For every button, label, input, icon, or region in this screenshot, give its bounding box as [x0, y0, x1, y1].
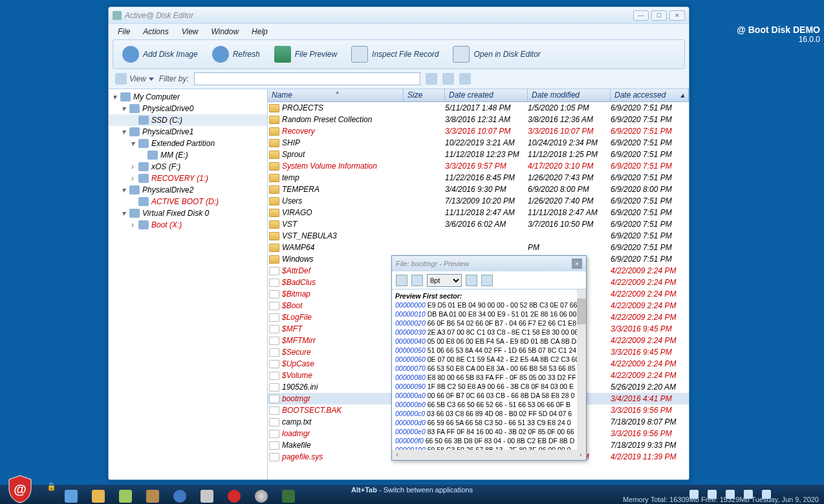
file-created: 5/11/2017 1:48 PM — [445, 103, 528, 112]
filter-input[interactable] — [194, 72, 420, 85]
file-name: $Bitmap — [282, 289, 310, 299]
list-item[interactable]: Users7/13/2009 10:20 PM1/26/2020 7:40 PM… — [268, 195, 689, 207]
refresh-button[interactable]: Refresh — [207, 44, 265, 65]
start-button[interactable]: @ — [6, 474, 34, 504]
chevron-icon[interactable]: ▾ — [120, 127, 127, 136]
ql-key-icon[interactable] — [146, 490, 159, 503]
hex-line: 00000040 05 00 E8 06 00 EB F4 5A - E9 8D… — [395, 337, 583, 346]
chevron-icon[interactable]: ▾ — [129, 139, 136, 148]
folder-icon — [269, 151, 279, 159]
file-created: 3/3/2016 9:57 PM — [445, 162, 528, 171]
list-header[interactable]: Name▴ Size Date created Date modified Da… — [268, 89, 689, 102]
tree-item[interactable]: ▾My Computer — [109, 91, 267, 103]
menu-help[interactable]: Help — [252, 27, 268, 36]
image-mode-icon[interactable] — [396, 275, 407, 286]
folder-icon — [269, 104, 279, 112]
chevron-icon[interactable]: ▾ — [120, 104, 127, 113]
chevron-icon[interactable]: ▾ — [120, 209, 127, 218]
list-item[interactable]: VIRAGO11/11/2018 2:47 AM11/11/2018 2:47 … — [268, 207, 689, 218]
preview-font-select[interactable]: 8pt — [427, 274, 462, 287]
file-icon — [269, 313, 279, 322]
hex-line: 00000070 66 53 50 E8 CA 00 E8 3A - 00 66… — [395, 364, 583, 373]
tree-item[interactable]: ▾Virtual Fixed Disk 0 — [109, 207, 267, 219]
col-created[interactable]: Date created — [445, 89, 528, 101]
menu-actions[interactable]: Actions — [143, 27, 168, 36]
find-icon[interactable] — [426, 73, 437, 85]
tree-item[interactable]: ▾PhysicalDrive1 — [109, 126, 267, 138]
view-dropdown[interactable]: View — [115, 73, 154, 85]
tree-item[interactable]: ▾PhysicalDrive0 — [109, 103, 267, 114]
inspect-record-button[interactable]: Inspect File Record — [346, 44, 444, 65]
taskbar-status: Memory Total: 16309Mb Free: 15329Mb Tues… — [623, 496, 819, 503]
menu-window[interactable]: Window — [211, 27, 239, 36]
chevron-icon[interactable]: › — [129, 174, 136, 183]
hex-line: 00000030 2E A3 07 00 8C C1 03 C8 - 8E C1… — [395, 328, 583, 337]
ql-cd-icon[interactable] — [255, 490, 268, 503]
list-item[interactable]: VST3/6/2016 6:02 AM3/7/2016 10:50 PM6/9/… — [268, 218, 689, 230]
save-filter-icon[interactable] — [442, 73, 454, 85]
chevron-icon[interactable]: › — [129, 220, 136, 229]
tree-item[interactable]: ›Boot (X:) — [109, 219, 267, 231]
file-preview-button[interactable]: File Preview — [269, 44, 342, 65]
chevron-icon[interactable]: ▾ — [111, 92, 118, 101]
clear-filter-icon[interactable] — [459, 73, 471, 85]
list-item[interactable]: temp11/22/2016 8:45 PM1/26/2020 7:43 PM6… — [268, 172, 689, 184]
ql-box-icon[interactable] — [92, 490, 105, 503]
maximize-button[interactable]: ☐ — [651, 10, 667, 21]
list-item[interactable]: TEMPERA3/4/2016 9:30 PM6/9/2020 8:00 PM6… — [268, 184, 689, 195]
preview-link-icon[interactable] — [481, 275, 493, 286]
chevron-icon[interactable]: › — [129, 162, 136, 171]
preview-close-button[interactable]: × — [572, 258, 582, 269]
file-created: 10/22/2019 3:21 AM — [445, 138, 528, 147]
ql-globe-icon[interactable] — [173, 490, 186, 503]
minimize-button[interactable]: — — [633, 10, 649, 21]
col-size[interactable]: Size — [404, 89, 445, 101]
file-modified: 10/24/2019 2:34 PM — [528, 138, 611, 147]
tree-item[interactable]: SSD (C:) — [109, 114, 267, 126]
list-item[interactable]: Recovery3/3/2016 10:07 PM3/3/2016 10:07 … — [268, 125, 689, 137]
close-button[interactable]: ✕ — [669, 10, 685, 21]
tree-item[interactable]: ACTIVE BOOT (D:) — [109, 196, 267, 207]
preview-hscroll[interactable]: ‹› — [392, 450, 586, 460]
ql-arrow-icon[interactable] — [119, 490, 132, 503]
col-modified[interactable]: Date modified — [528, 89, 611, 101]
list-item[interactable]: Sprout11/12/2018 12:23 PM11/12/2018 1:25… — [268, 149, 689, 160]
col-accessed[interactable]: Date accessed▴ — [611, 89, 689, 101]
file-accessed: 6/9/2020 7:51 PM — [611, 208, 689, 217]
tree-item[interactable]: ▾PhysicalDrive2 — [109, 184, 267, 196]
hex-mode-icon[interactable] — [411, 275, 423, 286]
preview-go-icon[interactable] — [466, 275, 477, 286]
preview-vscroll[interactable] — [577, 289, 586, 450]
ql-taskmgr-icon[interactable] — [282, 490, 295, 503]
chevron-icon[interactable]: ▾ — [120, 185, 127, 194]
tree-item[interactable]: ›xOS (F:) — [109, 161, 267, 173]
ql-active-icon[interactable] — [228, 490, 241, 503]
file-modified: PM — [528, 243, 611, 252]
add-disk-image-button[interactable]: Add Disk Image — [117, 44, 203, 65]
open-disk-editor-button[interactable]: Open in Disk Editor — [448, 44, 545, 65]
menu-view[interactable]: View — [182, 27, 199, 36]
tree-item[interactable]: MM (E:) — [109, 149, 267, 161]
list-item[interactable]: System Volume Information3/3/2016 9:57 P… — [268, 160, 689, 172]
tree-item[interactable]: ›RECOVERY (1:) — [109, 173, 267, 184]
desktop-brand: @ Boot Disk DEMO 16.0.0 — [737, 25, 820, 44]
menu-file[interactable]: File — [118, 27, 130, 36]
device-icon — [129, 185, 140, 194]
file-icon — [269, 302, 279, 310]
file-name: Recovery — [282, 127, 315, 136]
titlebar[interactable]: Active@ Disk Editor — ☐ ✕ — [109, 7, 689, 24]
disk-stack-icon — [122, 46, 139, 63]
tree-item[interactable]: ▾Extended Partition — [109, 138, 267, 149]
file-modified: 3/7/2016 10:50 PM — [528, 220, 611, 229]
preview-body[interactable]: Preview First sector: 00000000 E9 D5 01 … — [392, 289, 586, 450]
ql-disk-icon[interactable] — [201, 490, 213, 503]
ql-explorer-icon[interactable] — [65, 490, 78, 503]
list-item[interactable]: WAMP64PM6/9/2020 7:51 PM — [268, 242, 689, 253]
col-name[interactable]: Name▴ — [268, 89, 404, 101]
list-item[interactable]: VST_NEBULA36/9/2020 7:51 PM — [268, 230, 689, 242]
hex-line: 00000050 51 06 66 53 8A 44 02 FF - 1D 66… — [395, 346, 583, 355]
device-tree[interactable]: ▾My Computer▾PhysicalDrive0SSD (C:)▾Phys… — [109, 89, 268, 479]
list-item[interactable]: Random Preset Collection3/8/2016 12:31 A… — [268, 114, 689, 125]
list-item[interactable]: PROJECTS5/11/2017 1:48 PM1/5/2020 1:05 P… — [268, 102, 689, 114]
list-item[interactable]: SHIP10/22/2019 3:21 AM10/24/2019 2:34 PM… — [268, 137, 689, 149]
